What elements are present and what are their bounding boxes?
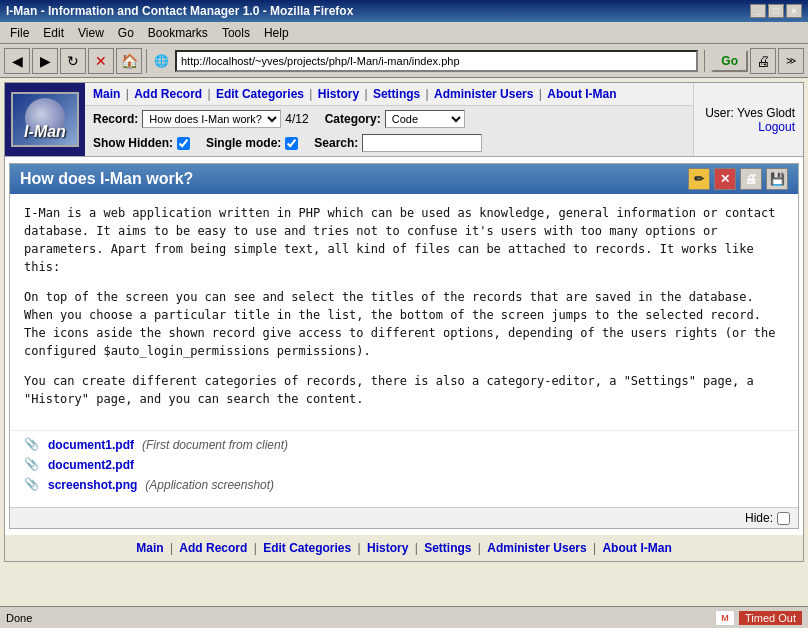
toolbar-separator [146, 49, 147, 73]
attachment-desc-3: (Application screenshot) [145, 478, 274, 492]
category-selector-group: Category: Code [325, 110, 465, 128]
attachment-3: 📎 screenshot.png (Application screenshot… [24, 477, 784, 493]
user-name: User: Yves Glodt [705, 106, 795, 120]
iman-container: I-Man Main | Add Record | Edit Categorie… [4, 82, 804, 562]
gmail-icon[interactable]: M [715, 610, 735, 626]
nav-settings[interactable]: Settings [373, 87, 420, 101]
single-mode-checkbox[interactable] [285, 137, 298, 150]
nav-main[interactable]: Main [93, 87, 120, 101]
category-label: Category: [325, 112, 381, 126]
attachment-desc-1: (First document from client) [142, 438, 288, 452]
url-bar: 🌐 Go [151, 50, 748, 72]
search-input[interactable] [362, 134, 482, 152]
hide-label: Hide: [745, 511, 773, 525]
page-icon: 🌐 [151, 51, 171, 71]
nav-administer-users[interactable]: Administer Users [434, 87, 533, 101]
bottom-nav-main[interactable]: Main [136, 541, 163, 555]
record-selector-group: Record: How does I-Man work? 4/12 [93, 110, 309, 128]
menu-go[interactable]: Go [112, 24, 140, 42]
logout-link[interactable]: Logout [758, 120, 795, 134]
record-paragraph-3: You can create different categories of r… [24, 372, 784, 408]
record-paragraph-2: On top of the screen you can see and sel… [24, 288, 784, 360]
attachment-link-1[interactable]: document1.pdf [48, 438, 134, 452]
record-paragraph-1: I-Man is a web application written in PH… [24, 204, 784, 276]
logo-text: I-Man [24, 123, 66, 141]
search-label: Search: [314, 136, 358, 150]
url-sep [704, 50, 705, 72]
menu-view[interactable]: View [72, 24, 110, 42]
attachment-1: 📎 document1.pdf (First document from cli… [24, 437, 784, 453]
window-title: I-Man - Information and Contact Manager … [6, 4, 353, 18]
nav-add-record[interactable]: Add Record [134, 87, 202, 101]
menu-bookmarks[interactable]: Bookmarks [142, 24, 214, 42]
status-done: Done [6, 612, 715, 624]
go-button[interactable]: Go [711, 50, 748, 72]
toolbar: ◀ ▶ ↻ ✕ 🏠 🌐 Go 🖨 ≫ [0, 44, 808, 78]
bottom-nav-add-record[interactable]: Add Record [179, 541, 247, 555]
bottom-nav-edit-categories[interactable]: Edit Categories [263, 541, 351, 555]
attachment-2: 📎 document2.pdf [24, 457, 784, 473]
category-select[interactable]: Code [385, 110, 465, 128]
title-bar: I-Man - Information and Contact Manager … [0, 0, 808, 22]
nav-about[interactable]: About I-Man [547, 87, 616, 101]
bottom-nav-administer-users[interactable]: Administer Users [487, 541, 586, 555]
record-body: I-Man is a web application written in PH… [10, 194, 798, 430]
single-mode-group: Single mode: [206, 136, 298, 150]
record-counter: 4/12 [285, 112, 308, 126]
nav-edit-categories[interactable]: Edit Categories [216, 87, 304, 101]
menu-help[interactable]: Help [258, 24, 295, 42]
back-button[interactable]: ◀ [4, 48, 30, 74]
iman-controls-row1: Record: How does I-Man work? 4/12 Catego… [85, 106, 693, 132]
show-hidden-label: Show Hidden: [93, 136, 173, 150]
window-controls[interactable]: _ □ × [750, 4, 802, 18]
extra-button[interactable]: ≫ [778, 48, 804, 74]
save-icon[interactable]: 💾 [766, 168, 788, 190]
bottom-nav-about[interactable]: About I-Man [602, 541, 671, 555]
stop-button[interactable]: ✕ [88, 48, 114, 74]
record-title: How does I-Man work? [20, 170, 193, 188]
nav-history[interactable]: History [318, 87, 359, 101]
show-hidden-checkbox[interactable] [177, 137, 190, 150]
iman-header: I-Man Main | Add Record | Edit Categorie… [5, 83, 803, 157]
search-group: Search: [314, 134, 482, 152]
menu-tools[interactable]: Tools [216, 24, 256, 42]
delete-icon[interactable]: ✕ [714, 168, 736, 190]
paperclip-icon-1: 📎 [24, 437, 40, 453]
attachment-link-2[interactable]: document2.pdf [48, 458, 134, 472]
record-area: How does I-Man work? ✏ ✕ 🖨 💾 I-Man is a … [9, 163, 799, 529]
record-select[interactable]: How does I-Man work? [142, 110, 281, 128]
paperclip-icon-3: 📎 [24, 477, 40, 493]
iman-nav-area: Main | Add Record | Edit Categories | Hi… [85, 83, 693, 156]
menu-bar: File Edit View Go Bookmarks Tools Help [0, 22, 808, 44]
hide-checkbox[interactable] [777, 512, 790, 525]
bottom-nav: Main | Add Record | Edit Categories | Hi… [5, 535, 803, 561]
paperclip-icon-2: 📎 [24, 457, 40, 473]
record-footer: Hide: [10, 507, 798, 528]
refresh-button[interactable]: ↻ [60, 48, 86, 74]
menu-edit[interactable]: Edit [37, 24, 70, 42]
url-input[interactable] [175, 50, 698, 72]
iman-top-nav: Main | Add Record | Edit Categories | Hi… [85, 83, 693, 106]
home-button[interactable]: 🏠 [116, 48, 142, 74]
edit-icon[interactable]: ✏ [688, 168, 710, 190]
maximize-button[interactable]: □ [768, 4, 784, 18]
menu-file[interactable]: File [4, 24, 35, 42]
timed-out-badge: Timed Out [739, 611, 802, 625]
print-button[interactable]: 🖨 [750, 48, 776, 74]
bottom-nav-settings[interactable]: Settings [424, 541, 471, 555]
close-button[interactable]: × [786, 4, 802, 18]
print-icon[interactable]: 🖨 [740, 168, 762, 190]
bottom-nav-history[interactable]: History [367, 541, 408, 555]
show-hidden-group: Show Hidden: [93, 136, 190, 150]
status-bar: Done M Timed Out [0, 606, 808, 628]
forward-button[interactable]: ▶ [32, 48, 58, 74]
attachments-section: 📎 document1.pdf (First document from cli… [10, 430, 798, 507]
logo-graphic: I-Man [11, 92, 79, 147]
record-title-bar: How does I-Man work? ✏ ✕ 🖨 💾 [10, 164, 798, 194]
single-mode-label: Single mode: [206, 136, 281, 150]
iman-logo: I-Man [5, 83, 85, 156]
iman-user-panel: User: Yves Glodt Logout [693, 83, 803, 156]
page-content: I-Man Main | Add Record | Edit Categorie… [0, 78, 808, 606]
minimize-button[interactable]: _ [750, 4, 766, 18]
attachment-link-3[interactable]: screenshot.png [48, 478, 137, 492]
